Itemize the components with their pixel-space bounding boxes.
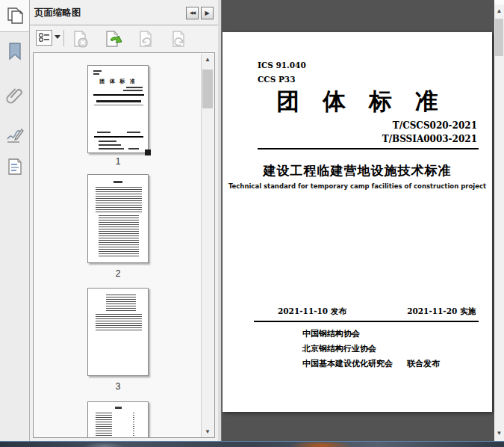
- scroll-down-button[interactable]: ▼: [202, 426, 214, 438]
- scroll-down-button[interactable]: ▼: [494, 428, 504, 440]
- layers-icon[interactable]: [5, 157, 25, 176]
- selection-handle[interactable]: [145, 149, 151, 155]
- ccs-code: CCS P33: [258, 75, 295, 84]
- implementation-date: 2021-11-20 实施: [407, 306, 476, 317]
- ics-code: ICS 91.040: [258, 61, 306, 70]
- signatures-icon[interactable]: [5, 126, 25, 145]
- publisher-org-1: 中国钢结构协会: [302, 328, 360, 339]
- panel-header: 页面缩略图 ◀◀ ▶: [30, 0, 218, 25]
- rotate-clockwise-button[interactable]: [169, 30, 189, 49]
- extract-page-button[interactable]: [104, 30, 123, 49]
- mini-title-text: 团 体 标 准: [88, 78, 148, 85]
- collapse-panel-button[interactable]: ◀◀: [186, 7, 199, 19]
- thumbnails-toolbar: [30, 25, 218, 52]
- document-page: ICS 91.040 CCS P33 团 体 标 准 T/CSCS020-202…: [223, 32, 492, 412]
- standard-number-1: T/CSCS020-2021: [393, 120, 477, 131]
- publisher-org-3: 中国基本建设优化研究会: [302, 358, 393, 369]
- panel-title: 页面缩略图: [34, 7, 81, 19]
- page-number-label: 3: [34, 381, 202, 392]
- options-dropdown-caret[interactable]: [55, 35, 60, 39]
- chevron-up-icon: ▲: [494, 5, 504, 17]
- horizontal-rule: [258, 148, 479, 149]
- thumbnail-list: 团 体 标 准 1 2: [33, 52, 215, 438]
- bookmarks-icon[interactable]: [5, 42, 25, 61]
- expand-icon: ▶: [202, 7, 213, 19]
- pdf-viewer-window: 页面缩略图 ◀◀ ▶: [0, 0, 504, 447]
- expand-panel-button[interactable]: ▶: [201, 7, 214, 19]
- thumbnail-page-3[interactable]: [87, 288, 149, 376]
- scroll-up-button[interactable]: ▲: [202, 54, 214, 66]
- thumbnail-page-4[interactable]: [87, 401, 149, 438]
- document-title-english: Technical standard for temporary camp fa…: [223, 182, 492, 190]
- attachments-icon[interactable]: [5, 87, 25, 106]
- collapse-icon: ◀◀: [187, 7, 198, 19]
- joint-publish-label: 联合发布: [407, 358, 440, 369]
- horizontal-rule: [254, 321, 479, 322]
- scroll-up-button[interactable]: ▲: [494, 5, 504, 17]
- desktop-wallpaper-strip: [0, 441, 504, 447]
- delete-page-button[interactable]: [71, 30, 90, 49]
- scrollbar-thumb[interactable]: [495, 19, 503, 56]
- chevron-down-icon: ▼: [494, 428, 504, 440]
- thumbnail-scrollbar[interactable]: ▲ ▼: [201, 54, 214, 438]
- document-view-area: ICS 91.040 CCS P33 团 体 标 准 T/CSCS020-202…: [222, 0, 494, 441]
- page-thumbnails-icon[interactable]: [5, 6, 25, 25]
- document-scrollbar[interactable]: ▲ ▼: [494, 0, 504, 441]
- thumbnail-page-2[interactable]: [87, 174, 149, 263]
- page-number-label: 1: [34, 156, 202, 167]
- standard-type-heading: 团 体 标 准: [223, 86, 492, 117]
- document-title-chinese: 建设工程临建营地设施技术标准: [223, 162, 492, 179]
- standard-number-2: T/BSSIA0003-2021: [382, 134, 477, 144]
- page-number-label: 2: [34, 268, 202, 279]
- scrollbar-thumb[interactable]: [202, 70, 213, 108]
- chevron-down-icon: ▼: [202, 426, 214, 438]
- chevron-up-icon: ▲: [202, 54, 214, 66]
- thumbnail-page-1[interactable]: 团 体 标 准: [87, 65, 149, 153]
- toolbar-separator: [63, 30, 64, 46]
- issue-date: 2021-11-10 发布: [278, 306, 346, 317]
- page-thumbnails-panel: 页面缩略图 ◀◀ ▶: [30, 0, 218, 441]
- rotate-counterclockwise-button[interactable]: [137, 30, 156, 49]
- scrollbar-corner: [494, 0, 504, 4]
- publisher-org-2: 北京钢结构行业协会: [302, 343, 376, 354]
- navigation-rail: [0, 0, 30, 441]
- thumbnails-panel-tab-active[interactable]: [0, 0, 29, 32]
- thumbnail-options-button[interactable]: [36, 30, 52, 46]
